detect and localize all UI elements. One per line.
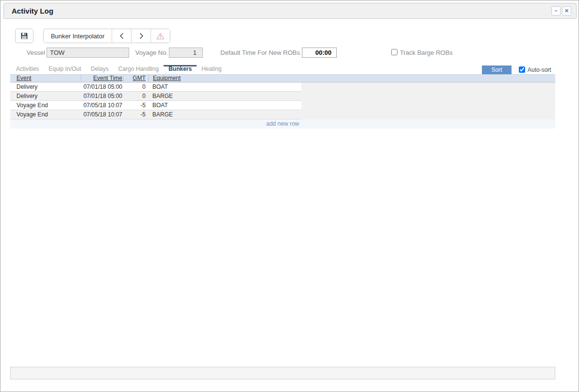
tab-bar: ActivitiesEquip In/OutDelaysCargo Handli… — [11, 63, 227, 74]
minimize-button[interactable]: − — [551, 6, 561, 16]
tab-activities[interactable]: Activities — [11, 65, 44, 74]
row-data: Voyage End07/05/18 10:07-5BOAT — [10, 101, 301, 110]
save-icon — [20, 32, 28, 40]
add-new-row-link[interactable]: add new row — [10, 119, 555, 129]
auto-sort-checkbox[interactable] — [519, 66, 525, 73]
cell-event[interactable]: Voyage End — [10, 110, 81, 119]
default-time-label: Default Time For New ROBs — [209, 49, 300, 56]
cell-equipment[interactable]: BOAT — [149, 82, 301, 91]
cell-gmt[interactable]: -5 — [123, 110, 149, 119]
next-button[interactable] — [131, 29, 150, 43]
track-barge-robs-checkbox[interactable] — [391, 49, 397, 55]
cell-event[interactable]: Delivery — [10, 92, 81, 100]
bunkers-table: Event Event Time GMT Equipment Delivery0… — [10, 74, 555, 129]
track-barge-robs-label: Track Barge ROBs — [400, 49, 453, 56]
cell-event-time[interactable]: 07/05/18 10:07 — [81, 110, 123, 119]
window-title: Activity Log — [12, 7, 550, 15]
vessel-field[interactable] — [47, 48, 129, 58]
cell-equipment[interactable]: BOAT — [149, 101, 301, 110]
cell-event[interactable]: Delivery — [10, 82, 81, 91]
cell-event-time[interactable]: 07/05/18 10:07 — [81, 101, 123, 110]
cell-gmt[interactable]: 0 — [123, 82, 149, 91]
tab-bunkers[interactable]: Bunkers — [164, 65, 197, 74]
column-header-gmt[interactable]: GMT — [123, 75, 149, 82]
row-filler — [301, 110, 555, 119]
column-header-event-time[interactable]: Event Time — [81, 75, 123, 82]
table-header: Event Event Time GMT Equipment — [10, 74, 555, 82]
cell-equipment[interactable]: BARGE — [149, 92, 301, 100]
row-filler — [301, 82, 555, 92]
footer-bar — [10, 367, 555, 379]
vessel-label: Vessel — [20, 49, 45, 56]
voyage-no-label: Voyage No. — [134, 49, 168, 56]
tab-delays[interactable]: Delays — [86, 65, 114, 74]
warning-triangle-icon — [156, 33, 165, 40]
warning-button[interactable] — [150, 29, 170, 43]
cell-event-time[interactable]: 07/01/18 05:00 — [81, 92, 123, 100]
column-header-equipment[interactable]: Equipment — [149, 75, 301, 82]
chevron-right-icon — [138, 33, 144, 39]
row-data: Voyage End07/05/18 10:07-5BARGE — [10, 110, 301, 119]
default-time-field[interactable] — [302, 48, 337, 58]
cell-gmt[interactable]: 0 — [123, 92, 149, 100]
tab-cargo-handling[interactable]: Cargo Handling — [114, 65, 164, 74]
voyage-no-field[interactable] — [169, 48, 203, 58]
activity-log-window: Activity Log − ✕ Bunker Interpolator — [0, 0, 579, 392]
table-row[interactable]: Delivery07/01/18 05:000BOAT — [10, 82, 555, 92]
tab-equip-in-out[interactable]: Equip In/Out — [44, 65, 86, 74]
row-filler — [301, 101, 555, 110]
cell-event[interactable]: Voyage End — [10, 101, 81, 110]
titlebar: Activity Log − ✕ — [3, 3, 577, 19]
table-row[interactable]: Delivery07/01/18 05:000BARGE — [10, 92, 555, 101]
header-filler — [301, 75, 555, 82]
cell-event-time[interactable]: 07/01/18 05:00 — [81, 82, 123, 91]
row-filler — [301, 92, 555, 101]
table-body: Delivery07/01/18 05:000BOATDelivery07/01… — [10, 82, 555, 119]
close-button[interactable]: ✕ — [562, 6, 571, 16]
row-data: Delivery07/01/18 05:000BOAT — [10, 82, 301, 92]
cell-gmt[interactable]: -5 — [123, 101, 149, 110]
column-header-event[interactable]: Event — [10, 75, 81, 82]
row-data: Delivery07/01/18 05:000BARGE — [10, 92, 301, 101]
toolbar-button-group: Bunker Interpolator — [43, 29, 170, 43]
sort-button[interactable]: Sort — [482, 65, 512, 74]
chevron-left-icon — [119, 33, 125, 39]
table-row[interactable]: Voyage End07/05/18 10:07-5BARGE — [10, 110, 555, 119]
auto-sort-label: Auto-sort — [528, 66, 551, 73]
save-button[interactable] — [15, 29, 33, 43]
prev-button[interactable] — [112, 29, 131, 43]
table-row[interactable]: Voyage End07/05/18 10:07-5BOAT — [10, 101, 555, 110]
tab-heating[interactable]: Heating — [197, 65, 226, 74]
cell-equipment[interactable]: BARGE — [149, 110, 301, 119]
bunker-interpolator-button[interactable]: Bunker Interpolator — [44, 29, 112, 43]
